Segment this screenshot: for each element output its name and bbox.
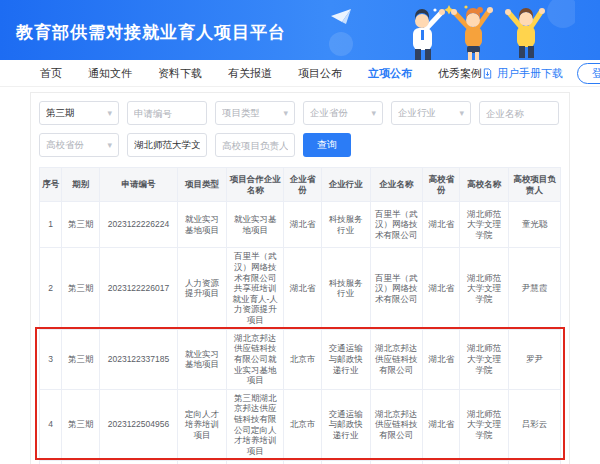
table-cell: 湖北京邦达供应链科技有限公司 <box>370 389 422 460</box>
chevron-down-icon: ▾ <box>107 140 112 150</box>
column-header: 高校项目负责人 <box>508 168 560 202</box>
table-cell: 2023122226224 <box>99 202 177 248</box>
table-cell: 2023122504956 <box>99 389 177 460</box>
table-cell: 湖北省 <box>422 389 460 460</box>
table-row: 1第三期2023122226224就业实习基地项目就业实习基地项目湖北省科技服务… <box>40 202 561 248</box>
table-cell: 湖北师范大学文理学院 <box>460 329 508 389</box>
table-wrap: 序号期别申请编号项目类型项目合作企业名称企业省份企业行业企业名称高校省份高校名称… <box>39 167 561 464</box>
table-cell: 百里半（武汉）网络技术有限公司 <box>370 248 422 329</box>
table-cell: 湖北省 <box>422 248 460 329</box>
table-cell: 就业实习基地项目 <box>227 202 284 248</box>
table-cell: 湖北省 <box>422 460 460 464</box>
table-cell: 北京市 <box>284 329 322 389</box>
table-cell: 第三期 <box>62 202 100 248</box>
nav-items: 首页 通知文件 资料下载 有关报道 项目公布 立项公布 优秀案例 <box>40 66 482 81</box>
table-cell: 2023122250883 <box>99 460 177 464</box>
column-header: 企业行业 <box>321 168 370 202</box>
university-leader-input[interactable] <box>215 133 295 157</box>
nav-item-home[interactable]: 首页 <box>40 66 62 81</box>
table-row: 3第三期2023122337185就业实习基地项目湖北京邦达供应链科技有限公司就… <box>40 329 561 389</box>
chevron-down-icon: ▾ <box>107 108 112 118</box>
search-button[interactable]: 查询 <box>303 133 351 157</box>
enterprise-province-select[interactable]: 企业省份 ▾ <box>303 101 383 125</box>
header-illustration <box>325 0 575 60</box>
table-row: 4第三期2023122504956定向人才培养培训项目第三期湖北京邦达供应链科技… <box>40 389 561 460</box>
university-name-input[interactable] <box>127 133 207 157</box>
results-table: 序号期别申请编号项目类型项目合作企业名称企业省份企业行业企业名称高校省份高校名称… <box>39 167 561 464</box>
nav-item-excellent-cases[interactable]: 优秀案例 <box>438 66 482 81</box>
table-cell: 交通运输与邮政快递行业 <box>321 329 370 389</box>
column-header: 项目类型 <box>178 168 227 202</box>
table-cell: 湖北省 <box>422 329 460 389</box>
table-header-row: 序号期别申请编号项目类型项目合作企业名称企业省份企业行业企业名称高校省份高校名称… <box>40 168 561 202</box>
phase-select-value: 第三期 <box>46 107 105 120</box>
nav-right: 用户手册下载 登录 <box>482 63 600 84</box>
column-header: 申请编号 <box>99 168 177 202</box>
table-cell: 人力资源提升项目 <box>178 248 227 329</box>
university-province-select[interactable]: 高校省份 ▾ <box>39 133 119 157</box>
table-cell: 第三期湖北京邦达供应链科技有限公司定向人才培养培训项目 <box>227 389 284 460</box>
table-cell: 百里半（武汉）网络技术有限公司 <box>370 202 422 248</box>
nav-item-downloads[interactable]: 资料下载 <box>158 66 202 81</box>
column-header: 序号 <box>40 168 62 202</box>
table-cell: 罗尹 <box>508 329 560 389</box>
table-cell: 就业实习基地项目 <box>178 329 227 389</box>
column-header: 高校省份 <box>422 168 460 202</box>
document-download-icon <box>482 68 493 79</box>
table-cell: 4 <box>40 389 62 460</box>
filter-row-1: 第三期 ▾ 项目类型 ▾ 企业省份 ▾ 企业行业 ▾ <box>39 101 561 125</box>
table-cell: 湖北师范大学文理学院 <box>460 248 508 329</box>
table-cell: 交通运输与邮政快递行业 <box>321 389 370 460</box>
column-header: 高校名称 <box>460 168 508 202</box>
table-body: 1第三期2023122226224就业实习基地项目就业实习基地项目湖北省科技服务… <box>40 202 561 464</box>
table-cell: 北京市 <box>284 460 322 464</box>
table-cell: 重点群体就业帮扶项目 <box>178 460 227 464</box>
phase-select[interactable]: 第三期 ▾ <box>39 101 119 125</box>
table-cell: 科技服务行业 <box>321 248 370 329</box>
table-cell: 百里半（武汉）网络技术有限公司共享班培训 就业育人-人力资源提升项目 <box>227 248 284 329</box>
table-cell: 湖北京邦达供应链科技有限公司就业实习基地项目 <box>227 329 284 389</box>
column-header: 企业名称 <box>370 168 422 202</box>
table-cell: 交通运输与邮政快递行业 <box>321 460 370 464</box>
university-province-placeholder: 高校省份 <box>46 139 105 152</box>
table-cell: 1 <box>40 202 62 248</box>
nav-item-approval-announcement[interactable]: 立项公布 <box>368 66 412 81</box>
nav-item-project-announcement[interactable]: 项目公布 <box>298 66 342 81</box>
table-cell: 北京市 <box>284 389 322 460</box>
nav-item-notices[interactable]: 通知文件 <box>88 66 132 81</box>
table-cell: 科技服务行业 <box>321 202 370 248</box>
application-no-input[interactable] <box>127 101 207 125</box>
table-cell: 湖北省 <box>284 248 322 329</box>
column-header: 项目合作企业名称 <box>227 168 284 202</box>
enterprise-province-placeholder: 企业省份 <box>310 107 369 120</box>
project-type-select[interactable]: 项目类型 ▾ <box>215 101 295 125</box>
nav-item-reports[interactable]: 有关报道 <box>228 66 272 81</box>
table-cell: 湖北京邦达供应链科技有限公司面向就业重点群体帮扶项目 <box>227 460 284 464</box>
login-button[interactable]: 登录 <box>577 63 600 84</box>
table-cell: 第三期 <box>62 329 100 389</box>
chevron-down-icon: ▾ <box>283 108 288 118</box>
table-cell: 2023122337185 <box>99 329 177 389</box>
table-cell: 湖北京邦达供应链科技有限公司 <box>370 460 422 464</box>
content-panel: 第三期 ▾ 项目类型 ▾ 企业省份 ▾ 企业行业 ▾ <box>30 92 570 464</box>
column-header: 企业省份 <box>284 168 322 202</box>
table-cell: 湖北师范大学文理学院 <box>460 389 508 460</box>
project-type-placeholder: 项目类型 <box>222 107 281 120</box>
table-row: 2第三期2023122226017人力资源提升项目百里半（武汉）网络技术有限公司… <box>40 248 561 329</box>
enterprise-industry-select[interactable]: 企业行业 ▾ <box>391 101 471 125</box>
table-cell: 第三期 <box>62 248 100 329</box>
chevron-down-icon: ▾ <box>371 108 376 118</box>
table-cell: 3 <box>40 329 62 389</box>
table-cell: 湖北省 <box>422 202 460 248</box>
table-cell: 就业实习基地项目 <box>178 202 227 248</box>
table-cell: 湖北师范大学文理学院 <box>460 460 508 464</box>
table-cell: 湖北京邦达供应链科技有限公司 <box>370 329 422 389</box>
table-cell: 甘伟 <box>508 460 560 464</box>
manual-download-link[interactable]: 用户手册下载 <box>482 66 563 81</box>
enterprise-name-input[interactable] <box>479 101 559 125</box>
enterprise-industry-placeholder: 企业行业 <box>398 107 457 120</box>
table-cell: 定向人才培养培训项目 <box>178 389 227 460</box>
column-header: 期别 <box>62 168 100 202</box>
chevron-down-icon: ▾ <box>459 108 464 118</box>
main-nav: 首页 通知文件 资料下载 有关报道 项目公布 立项公布 优秀案例 用户手册下载 … <box>0 60 600 87</box>
